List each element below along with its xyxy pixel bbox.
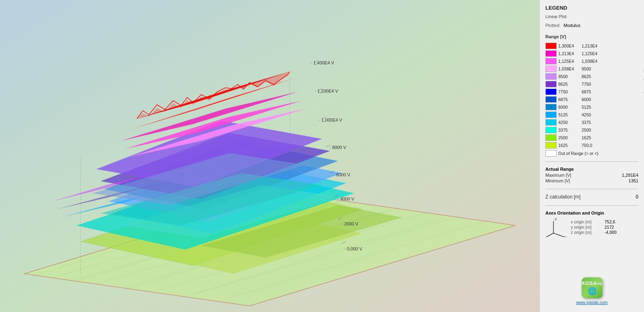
color-row-14: 1625 750,0 (545, 142, 638, 149)
globe-icon: 🌐 (588, 287, 597, 295)
range-1: 1,300E4 1,213E4 (558, 43, 597, 48)
actual-range-title: Actual Range (545, 167, 638, 171)
range-11: 4250 3375 (558, 120, 591, 125)
x-origin-value: 752,6 (605, 219, 615, 224)
color-row-13: 2500 1625 (545, 134, 638, 141)
swatch-12 (545, 127, 557, 133)
color-row-7: 7750 6875 (545, 88, 638, 95)
y-origin-label: y origin [m] (571, 225, 603, 229)
swatch-5 (545, 73, 557, 80)
logo-text: XGSA (582, 281, 597, 286)
range-section-label: Range [V] (545, 34, 638, 39)
swatch-9 (545, 104, 557, 110)
divider-1 (545, 161, 638, 162)
axis-label-2000: · 2000 V (342, 221, 358, 226)
color-legend-table: 1,300E4 1,213E4 1,213E4 1,125E4 1,125E4 … (545, 42, 638, 157)
range-9: 6000 5125 (558, 105, 591, 110)
main-chart-view: · 1,400E4 V · 1,200E4 V · 1,000E4 V · 80… (0, 0, 539, 312)
branding-section: XGSA FD 🌐 www.xgslab.com (545, 273, 638, 305)
swatch-4 (545, 66, 557, 72)
swatch-13 (545, 134, 557, 141)
x-origin-label: x origin [m] (571, 219, 603, 224)
xgsafd-logo: XGSA FD 🌐 (582, 277, 603, 298)
color-row-9: 6000 5125 (545, 103, 638, 111)
maximum-label: Maximum [V] (545, 173, 571, 178)
axes-title: Axes Orientation and Origin (545, 211, 638, 215)
logo-sub: FD (597, 282, 602, 286)
range-10: 5125 4250 (558, 112, 591, 117)
axis-label-14000: · 1,400E4 V (311, 60, 334, 65)
swatch-1 (545, 43, 557, 49)
svg-text:y: y (565, 235, 567, 237)
minimum-label: Minimum [V] (545, 178, 570, 183)
svg-text:-z: -z (554, 217, 557, 221)
plotted-label: Plotted: (545, 23, 560, 28)
range-13: 2500 1625 (558, 135, 591, 140)
color-row-1: 1,300E4 1,213E4 (545, 42, 638, 50)
axis-label-0: · 0,000 V (345, 246, 362, 251)
axis-label-6000: · 6000 V (334, 172, 350, 177)
color-row-5: 9500 8625 (545, 73, 638, 80)
range-14: 1625 750,0 (558, 143, 592, 148)
divider-2 (545, 189, 638, 189)
plotted-value: Modulus (564, 23, 580, 28)
maximum-row: Maximum [V] 1,291E4 (545, 173, 638, 178)
color-row-11: 4250 3375 (545, 119, 638, 126)
x-origin-row: x origin [m] 752,6 (571, 219, 617, 224)
axis-label-8000: · 8000 V (330, 145, 346, 150)
range-5: 9500 8625 (558, 74, 591, 79)
swatch-3 (545, 58, 557, 64)
swatch-6 (545, 81, 557, 87)
out-of-range-row: Out of Range (> or <) (545, 150, 638, 157)
z-calculation-label: Z calculation [m] (545, 194, 580, 200)
z-origin-label: z origin [m] (571, 230, 603, 235)
out-of-range-swatch (545, 150, 557, 157)
axis-label-12000: · 1,200E4 V (315, 89, 339, 93)
axis-label-10000: · 1,000E4 V (319, 118, 343, 122)
svg-line-55 (546, 233, 553, 237)
minimum-value: 1351 (629, 178, 638, 183)
swatch-10 (545, 112, 557, 118)
axes-table: x origin [m] 752,6 y origin [m] 2172 z o… (571, 219, 617, 235)
color-row-12: 3375 2500 (545, 126, 638, 134)
terrain-chart (0, 0, 539, 312)
maximum-value: 1,291E4 (622, 173, 638, 178)
color-row-8: 6875 6000 (545, 96, 638, 103)
range-6: 8625 7750 (558, 82, 591, 87)
y-origin-row: y origin [m] 2172 (571, 225, 617, 229)
z-origin-value: -4,000 (605, 230, 617, 235)
swatch-7 (545, 89, 557, 95)
axes-orientation-svg: -z y x (545, 217, 568, 237)
legend-plotted-row: Plotted: Modulus (545, 23, 638, 28)
axes-diagram-row: -z y x x origin [m] 752,6 y origin [m] 2… (545, 217, 638, 237)
range-3: 1,125E4 1,038E4 (558, 59, 597, 64)
website-text: www.xgslab.com (576, 300, 607, 305)
swatch-2 (545, 50, 557, 57)
range-4: 1,038E4 9500 (558, 66, 591, 71)
z-origin-row: z origin [m] -4,000 (571, 230, 617, 235)
color-row-6: 8625 7750 (545, 81, 638, 88)
actual-range-section: Actual Range Maximum [V] 1,291E4 Minimum… (545, 167, 638, 184)
swatch-8 (545, 96, 557, 103)
out-of-range-text: Out of Range (> or <) (558, 151, 599, 156)
legend-title: LEGEND (545, 5, 638, 11)
color-row-3: 1,125E4 1,038E4 (545, 58, 638, 65)
svg-line-54 (553, 233, 565, 237)
legend-panel: LEGEND Linear Plot Plotted: Modulus Rang… (539, 0, 644, 312)
range-7: 7750 6875 (558, 89, 591, 94)
swatch-14 (545, 142, 557, 149)
divider-3 (545, 205, 638, 206)
legend-subtitle: Linear Plot (545, 14, 638, 19)
axis-label-4000: · 4000 V (338, 196, 354, 201)
swatch-11 (545, 119, 557, 126)
color-row-2: 1,213E4 1,125E4 (545, 50, 638, 57)
range-8: 6875 6000 (558, 97, 591, 102)
color-row-4: 1,038E4 9500 (545, 65, 638, 72)
range-12: 3375 2500 (558, 128, 591, 132)
range-2: 1,213E4 1,125E4 (558, 51, 597, 56)
z-calculation-value: 0 (636, 194, 638, 200)
y-origin-value: 2172 (605, 225, 614, 229)
z-calculation-row: Z calculation [m] 0 (545, 194, 638, 200)
color-row-10: 5125 4250 (545, 111, 638, 118)
minimum-row: Minimum [V] 1351 (545, 178, 638, 183)
